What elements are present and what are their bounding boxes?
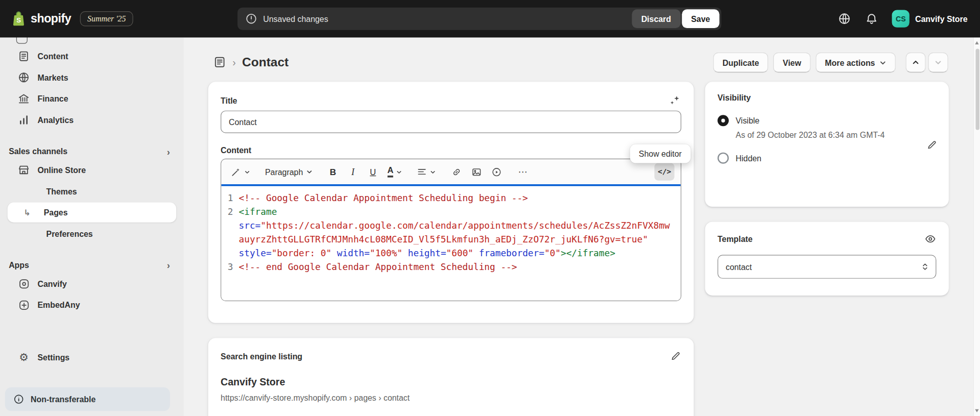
chevron-right-icon: ›: [167, 146, 170, 157]
video-icon[interactable]: [488, 163, 505, 180]
save-button[interactable]: Save: [682, 9, 720, 28]
globe-icon[interactable]: [838, 12, 851, 26]
code-text[interactable]: <iframe src="https://calendar.google.com…: [239, 205, 681, 260]
content-icon: [17, 50, 30, 62]
eye-icon[interactable]: [924, 233, 936, 245]
edition-badge[interactable]: Summer '25: [80, 11, 133, 26]
canvify-app-icon: [17, 277, 30, 289]
avatar: CS: [892, 10, 910, 28]
template-card-title: Template: [718, 234, 753, 243]
shopify-home-link[interactable]: S shopify: [11, 11, 71, 27]
scroll-down-arrow-icon[interactable]: [975, 409, 978, 412]
nested-arrow-icon: ↳: [24, 208, 36, 217]
sidebar-item-label: Content: [37, 52, 68, 61]
visible-option-label: Visible: [736, 116, 760, 125]
image-icon[interactable]: [468, 163, 485, 180]
align-left-icon: [417, 167, 427, 177]
radio-selected-icon[interactable]: [718, 115, 729, 126]
template-select[interactable]: contact: [718, 255, 936, 279]
page-actions: Duplicate View More actions: [713, 53, 948, 72]
paragraph-style-button[interactable]: Paragraph: [262, 163, 316, 180]
sidebar-item-canvify[interactable]: Canvify: [8, 274, 176, 293]
sidebar-item-label: Preferences: [46, 229, 93, 238]
banner-label: Non-transferable: [31, 395, 95, 404]
edit-pencil-icon[interactable]: [670, 351, 681, 362]
topbar-right: CS Canvify Store: [721, 10, 980, 28]
chevron-down-icon: [306, 168, 312, 175]
ai-wand-button[interactable]: [227, 163, 253, 180]
sidebar-item-markets[interactable]: Markets: [8, 67, 176, 87]
chevron-down-icon: [397, 169, 402, 175]
code-line[interactable]: 2<iframe src="https://calendar.google.co…: [221, 205, 681, 260]
sidebar-item-label: EmbedAny: [37, 300, 80, 309]
edit-visibility-pencil-icon[interactable]: [926, 139, 938, 151]
unsaved-status: Unsaved changes: [245, 12, 632, 25]
svg-text:S: S: [16, 16, 21, 24]
sidebar-item-embedany[interactable]: EmbedAny: [8, 295, 176, 315]
code-text[interactable]: <!-- end Google Calendar Appointment Sch…: [239, 260, 681, 274]
scrollbar-thumb[interactable]: [975, 48, 979, 130]
sidebar-item-label: Markets: [37, 73, 68, 82]
previous-page-button[interactable]: [905, 53, 925, 72]
view-button[interactable]: View: [773, 53, 810, 72]
hidden-radio-option[interactable]: Hidden: [718, 153, 936, 164]
store-name: Canvify Store: [915, 14, 968, 23]
shopify-admin-window: S shopify Summer '25 Unsaved changes Dis…: [0, 0, 980, 416]
sidebar-item-online-store[interactable]: Online Store: [8, 160, 176, 180]
italic-button[interactable]: I: [344, 163, 362, 180]
duplicate-button[interactable]: Duplicate: [713, 53, 768, 72]
page-type-icon[interactable]: [213, 56, 226, 69]
sidebar-item-preferences[interactable]: Preferences: [8, 224, 176, 243]
more-options-icon[interactable]: ⋯: [514, 163, 532, 180]
sidebar-item-analytics[interactable]: Analytics: [8, 110, 176, 130]
seo-site-name: Canvify Store: [221, 377, 681, 388]
underline-button[interactable]: U: [364, 163, 381, 180]
embedany-app-icon: [17, 299, 30, 311]
analytics-bars-icon: [17, 114, 30, 126]
code-editor[interactable]: 1<!-- Google Calendar Appointment Schedu…: [221, 186, 681, 301]
next-page-button[interactable]: [928, 53, 948, 72]
rich-text-editor: Paragraph B I U A: [221, 159, 681, 301]
sidebar-item-label: Online Store: [37, 165, 86, 175]
line-number: 2: [221, 205, 238, 260]
code-line[interactable]: 3<!-- end Google Calendar Appointment Sc…: [221, 260, 681, 274]
markets-globe-icon: [17, 71, 30, 84]
breadcrumb-separator: ›: [232, 57, 236, 68]
sidebar-item-finance[interactable]: Finance: [8, 89, 176, 109]
vertical-scrollbar[interactable]: [973, 37, 980, 416]
discard-button[interactable]: Discard: [632, 9, 680, 28]
title-field-label: Title: [221, 96, 237, 105]
sidebar-item-pages[interactable]: ↳ Pages: [8, 203, 176, 223]
scroll-up-arrow-icon[interactable]: [975, 41, 978, 44]
link-icon[interactable]: [448, 163, 465, 180]
title-input[interactable]: [221, 111, 681, 133]
visible-radio-option[interactable]: Visible: [718, 115, 936, 126]
more-actions-button[interactable]: More actions: [816, 53, 896, 72]
notifications-bell-icon[interactable]: [865, 12, 878, 26]
account-menu[interactable]: CS Canvify Store: [892, 10, 968, 28]
template-select-value: contact: [726, 262, 752, 271]
bold-button[interactable]: B: [324, 163, 342, 180]
non-transferable-banner[interactable]: Non-transferable: [5, 387, 170, 411]
code-text[interactable]: <!-- Google Calendar Appointment Schedul…: [239, 191, 681, 205]
template-card: Template contact: [705, 222, 949, 295]
magic-sparkle-icon[interactable]: [669, 94, 681, 107]
pagination: [905, 53, 948, 72]
code-line[interactable]: 1<!-- Google Calendar Appointment Schedu…: [221, 191, 681, 205]
chevron-down-icon: [879, 59, 886, 66]
alignment-button[interactable]: [414, 163, 439, 180]
select-stepper-icon: [920, 262, 930, 272]
show-code-editor-button[interactable]: </>: [655, 163, 675, 180]
sidebar-item-settings[interactable]: ⚙ Settings: [8, 347, 176, 367]
radio-unselected-icon[interactable]: [718, 153, 729, 164]
paragraph-label: Paragraph: [265, 167, 303, 176]
visibility-card-title: Visibility: [718, 93, 936, 102]
line-number: 1: [221, 191, 238, 205]
sidebar-item-content[interactable]: Content: [8, 46, 176, 66]
seo-card-title: Search engine listing: [221, 351, 302, 360]
sidebar-item-themes[interactable]: Themes: [8, 181, 176, 201]
sidebar-header-sales-channels[interactable]: Sales channels ›: [8, 142, 176, 160]
text-color-button[interactable]: A: [384, 163, 405, 180]
sidebar-header-apps[interactable]: Apps ›: [8, 256, 176, 274]
content-field-label: Content: [221, 145, 681, 155]
